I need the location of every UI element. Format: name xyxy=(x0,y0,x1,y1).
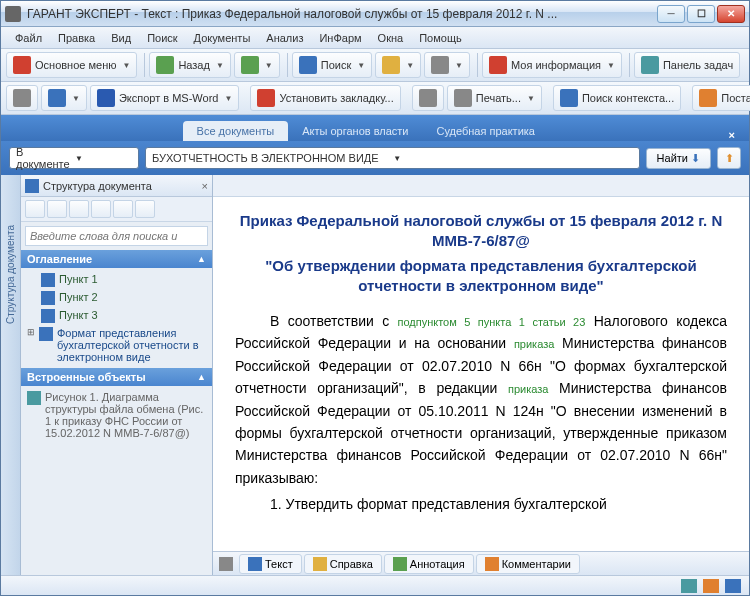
tab-acts[interactable]: Акты органов власти xyxy=(288,121,422,141)
printer-sm-icon xyxy=(419,89,437,107)
newdoc-icon xyxy=(13,89,31,107)
binoculars-icon xyxy=(560,89,578,107)
panel-icon xyxy=(641,56,659,74)
context-search-button[interactable]: Поиск контекста... xyxy=(553,85,681,111)
annotation-icon xyxy=(393,557,407,571)
tab-judicial[interactable]: Судебная практика xyxy=(422,121,548,141)
search-query-input[interactable]: БУХОТЧЕТНОСТЬ В ЭЛЕКТРОННОМ ВИДЕ ▼ xyxy=(145,147,640,169)
close-button[interactable]: ✕ xyxy=(717,5,745,23)
menu-help[interactable]: Помощь xyxy=(411,30,470,46)
tree-item[interactable]: Пункт 2 xyxy=(21,289,212,307)
my-info-button[interactable]: Моя информация ▼ xyxy=(482,52,622,78)
side-print-icon[interactable] xyxy=(69,200,89,218)
bottom-tabs: Текст Справка Аннотация Комментарии xyxy=(213,551,749,575)
document-body: В соответствии с подпунктом 5 пункта 1 с… xyxy=(235,310,727,489)
toc-section-header[interactable]: Оглавление ▲ xyxy=(21,250,212,268)
bookmark-button[interactable]: Установить закладку... xyxy=(250,85,400,111)
document-margin-bar xyxy=(213,175,749,197)
side-sync-icon[interactable] xyxy=(91,200,111,218)
bottom-tab-annotation[interactable]: Аннотация xyxy=(384,554,474,574)
sidebar-panel: Структура документа × Оглавление ▲ xyxy=(21,175,212,575)
heart-icon xyxy=(489,56,507,74)
menu-inform[interactable]: ИнФарм xyxy=(311,30,369,46)
bookmark-icon xyxy=(257,89,275,107)
menu-view[interactable]: Вид xyxy=(103,30,139,46)
bottom-tab-text[interactable]: Текст xyxy=(239,554,302,574)
toolbar-main: Основное меню ▼ Назад ▼ ▼ Поиск ▼ ▼ ▼ Мо… xyxy=(1,49,749,82)
forward-button[interactable]: ▼ xyxy=(234,52,280,78)
find-button[interactable]: Найти ⬇ xyxy=(646,148,711,169)
tree-item[interactable]: ⊞Формат представления бухгалтерской отче… xyxy=(21,325,212,365)
print-button[interactable]: Печать... ▼ xyxy=(447,85,542,111)
back-button[interactable]: Назад ▼ xyxy=(149,52,230,78)
toc-tree: Пункт 1 Пункт 2 Пункт 3 ⊞Формат представ… xyxy=(21,268,212,368)
menu-windows[interactable]: Окна xyxy=(370,30,412,46)
sidebar: Структура документа Структура документа … xyxy=(1,175,213,575)
chevron-down-icon: ▼ xyxy=(607,61,615,70)
vtab-structure[interactable]: Структура документа xyxy=(3,215,18,334)
tabs-close-icon[interactable]: × xyxy=(723,129,741,141)
save-button[interactable]: ▼ xyxy=(41,85,87,111)
document-list-item: 1. Утвердить формат представления бухгал… xyxy=(235,493,727,515)
bottom-tab-comments[interactable]: Комментарии xyxy=(476,554,580,574)
tree-item[interactable]: Пункт 1 xyxy=(21,271,212,289)
menu-search[interactable]: Поиск xyxy=(139,30,185,46)
side-save-icon[interactable] xyxy=(47,200,67,218)
side-expand-icon[interactable] xyxy=(113,200,133,218)
tab-all-docs[interactable]: Все документы xyxy=(183,121,289,141)
search-scope-select[interactable]: В документе ▼ xyxy=(9,147,139,169)
fontsize-button[interactable]: ▼ xyxy=(424,52,470,78)
tree-item[interactable]: Пункт 3 xyxy=(21,307,212,325)
side-word-icon[interactable] xyxy=(25,200,45,218)
print-icon-button[interactable] xyxy=(412,85,444,111)
tree-item[interactable]: Рисунок 1. Диаграмма структуры файла обм… xyxy=(21,389,212,441)
arrow-down-icon: ⬇ xyxy=(691,152,700,165)
bottom-tab-help[interactable]: Справка xyxy=(304,554,382,574)
flag-icon xyxy=(13,56,31,74)
chevron-down-icon: ▼ xyxy=(357,61,365,70)
menu-edit[interactable]: Правка xyxy=(50,30,103,46)
embedded-section-header[interactable]: Встроенные объекты ▲ xyxy=(21,368,212,386)
new-button[interactable] xyxy=(6,85,38,111)
status-icon-3[interactable] xyxy=(725,579,741,593)
back-arrow-icon xyxy=(156,56,174,74)
main-menu-button[interactable]: Основное меню ▼ xyxy=(6,52,137,78)
word-icon xyxy=(97,89,115,107)
warning-icon xyxy=(699,89,717,107)
doc-margin-icon[interactable] xyxy=(219,557,233,571)
menu-file[interactable]: Файл xyxy=(7,30,50,46)
side-collapse-icon[interactable] xyxy=(135,200,155,218)
statusbar xyxy=(1,575,749,595)
menu-analysis[interactable]: Анализ xyxy=(258,30,311,46)
sidebar-toolbar xyxy=(21,197,212,222)
search-button[interactable]: Поиск ▼ xyxy=(292,52,372,78)
lightning-button[interactable]: ▼ xyxy=(375,52,421,78)
fontsize-icon xyxy=(431,56,449,74)
menu-documents[interactable]: Документы xyxy=(186,30,259,46)
app-window: ГАРАНТ ЭКСПЕРТ - Текст : Приказ Федераль… xyxy=(0,0,750,596)
sidebar-close-icon[interactable]: × xyxy=(202,180,208,192)
maximize-button[interactable]: ☐ xyxy=(687,5,715,23)
toolbar-document: ▼ Экспорт в MS-Word ▼ Установить закладк… xyxy=(1,82,749,115)
body: Структура документа Структура документа … xyxy=(1,175,749,575)
printer-icon xyxy=(454,89,472,107)
status-icon-2[interactable] xyxy=(703,579,719,593)
arrow-up-icon: ⬆ xyxy=(725,152,734,165)
menubar: Файл Правка Вид Поиск Документы Анализ И… xyxy=(1,27,749,49)
section-icon xyxy=(39,327,53,341)
search-up-button[interactable]: ⬆ xyxy=(717,147,741,169)
sidebar-search xyxy=(21,222,212,250)
section-icon xyxy=(41,273,55,287)
tree-small-icon xyxy=(25,179,39,193)
export-word-button[interactable]: Экспорт в MS-Word ▼ xyxy=(90,85,239,111)
minimize-button[interactable]: ─ xyxy=(657,5,685,23)
titlebar: ГАРАНТ ЭКСПЕРТ - Текст : Приказ Федераль… xyxy=(1,1,749,27)
status-icon-1[interactable] xyxy=(681,579,697,593)
window-title: ГАРАНТ ЭКСПЕРТ - Текст : Приказ Федераль… xyxy=(27,7,657,21)
text-icon xyxy=(248,557,262,571)
forward-arrow-icon xyxy=(241,56,259,74)
sidebar-search-input[interactable] xyxy=(25,226,208,246)
document-viewer[interactable]: Приказ Федеральной налоговой службы от 1… xyxy=(213,197,749,551)
task-panel-button[interactable]: Панель задач xyxy=(634,52,740,78)
to-control-button[interactable]: Поставить на контроль xyxy=(692,85,750,111)
